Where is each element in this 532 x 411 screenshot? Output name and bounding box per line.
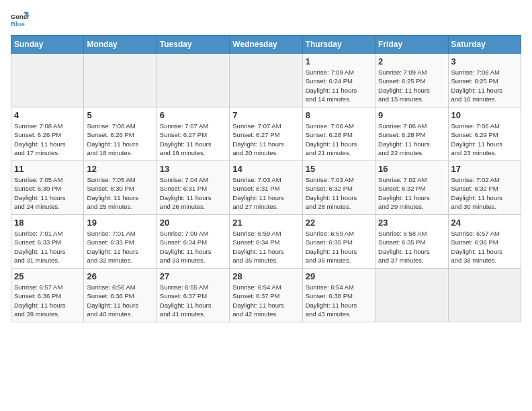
day-number: 11 [14, 164, 81, 174]
calendar-cell: 25Sunrise: 6:57 AMSunset: 6:36 PMDayligh… [11, 269, 84, 322]
day-info: Sunrise: 7:03 AMSunset: 6:31 PMDaylight:… [232, 175, 299, 211]
header-tuesday: Tuesday [157, 36, 229, 54]
calendar-cell: 8Sunrise: 7:06 AMSunset: 6:28 PMDaylight… [302, 107, 375, 161]
page-header: General Blue [11, 11, 521, 30]
day-number: 27 [160, 271, 226, 281]
calendar-cell: 23Sunrise: 6:58 AMSunset: 6:35 PMDayligh… [375, 215, 448, 269]
day-info: Sunrise: 7:06 AMSunset: 6:28 PMDaylight:… [378, 122, 445, 157]
calendar-cell: 14Sunrise: 7:03 AMSunset: 6:31 PMDayligh… [230, 161, 302, 215]
day-number: 20 [160, 218, 226, 228]
calendar-cell: 16Sunrise: 7:02 AMSunset: 6:32 PMDayligh… [375, 161, 448, 215]
week-row-4: 18Sunrise: 7:01 AMSunset: 6:33 PMDayligh… [11, 215, 521, 269]
day-info: Sunrise: 7:08 AMSunset: 6:25 PMDaylight:… [451, 68, 518, 103]
calendar-cell: 13Sunrise: 7:04 AMSunset: 6:31 PMDayligh… [157, 161, 229, 215]
day-number: 23 [378, 218, 445, 228]
calendar-body: 1Sunrise: 7:09 AMSunset: 6:24 PMDaylight… [11, 54, 521, 322]
day-info: Sunrise: 7:08 AMSunset: 6:26 PMDaylight:… [14, 122, 81, 157]
day-number: 12 [87, 164, 153, 174]
day-number: 9 [378, 110, 445, 120]
day-number: 5 [87, 110, 153, 120]
day-number: 4 [14, 110, 81, 120]
day-number: 19 [87, 218, 153, 228]
day-info: Sunrise: 6:58 AMSunset: 6:35 PMDaylight:… [378, 229, 445, 265]
calendar-cell: 7Sunrise: 7:07 AMSunset: 6:27 PMDaylight… [230, 107, 302, 161]
day-number: 13 [160, 164, 226, 174]
day-info: Sunrise: 6:54 AMSunset: 6:38 PMDaylight:… [306, 283, 372, 318]
header-saturday: Saturday [448, 36, 521, 54]
header-thursday: Thursday [302, 36, 375, 54]
day-info: Sunrise: 7:05 AMSunset: 6:30 PMDaylight:… [87, 175, 153, 211]
day-info: Sunrise: 6:59 AMSunset: 6:35 PMDaylight:… [306, 229, 372, 265]
day-number: 7 [232, 110, 299, 120]
day-number: 3 [451, 56, 518, 66]
calendar-cell: 6Sunrise: 7:07 AMSunset: 6:27 PMDaylight… [157, 107, 229, 161]
calendar-cell: 26Sunrise: 6:56 AMSunset: 6:36 PMDayligh… [84, 269, 157, 322]
day-info: Sunrise: 7:01 AMSunset: 6:33 PMDaylight:… [87, 229, 153, 265]
svg-text:Blue: Blue [11, 20, 25, 28]
calendar-cell: 15Sunrise: 7:03 AMSunset: 6:32 PMDayligh… [302, 161, 375, 215]
day-info: Sunrise: 6:56 AMSunset: 6:36 PMDaylight:… [87, 283, 153, 318]
day-info: Sunrise: 7:07 AMSunset: 6:27 PMDaylight:… [160, 122, 226, 157]
day-info: Sunrise: 7:05 AMSunset: 6:30 PMDaylight:… [14, 175, 81, 211]
day-info: Sunrise: 7:06 AMSunset: 6:29 PMDaylight:… [451, 122, 518, 157]
day-info: Sunrise: 7:04 AMSunset: 6:31 PMDaylight:… [160, 175, 226, 211]
calendar-cell [11, 54, 84, 107]
day-info: Sunrise: 7:00 AMSunset: 6:34 PMDaylight:… [160, 229, 226, 265]
day-number: 10 [451, 110, 518, 120]
calendar-table: SundayMondayTuesdayWednesdayThursdayFrid… [11, 35, 521, 322]
calendar-cell: 2Sunrise: 7:09 AMSunset: 6:25 PMDaylight… [375, 54, 448, 107]
day-number: 25 [14, 271, 81, 281]
week-row-3: 11Sunrise: 7:05 AMSunset: 6:30 PMDayligh… [11, 161, 521, 215]
calendar-cell: 28Sunrise: 6:54 AMSunset: 6:37 PMDayligh… [230, 269, 302, 322]
calendar-header-row: SundayMondayTuesdayWednesdayThursdayFrid… [11, 36, 521, 54]
calendar-cell [448, 269, 521, 322]
day-number: 1 [306, 56, 372, 66]
day-info: Sunrise: 7:08 AMSunset: 6:26 PMDaylight:… [87, 122, 153, 157]
calendar-cell: 27Sunrise: 6:55 AMSunset: 6:37 PMDayligh… [157, 269, 229, 322]
day-number: 2 [378, 56, 445, 66]
calendar-cell: 4Sunrise: 7:08 AMSunset: 6:26 PMDaylight… [11, 107, 84, 161]
day-info: Sunrise: 6:59 AMSunset: 6:34 PMDaylight:… [232, 229, 299, 265]
day-number: 28 [232, 271, 299, 281]
calendar-cell [230, 54, 302, 107]
day-info: Sunrise: 6:55 AMSunset: 6:37 PMDaylight:… [160, 283, 226, 318]
day-number: 18 [14, 218, 81, 228]
calendar-cell: 24Sunrise: 6:57 AMSunset: 6:36 PMDayligh… [448, 215, 521, 269]
calendar-cell: 12Sunrise: 7:05 AMSunset: 6:30 PMDayligh… [84, 161, 157, 215]
day-number: 21 [232, 218, 299, 228]
logo: General Blue [11, 11, 30, 30]
day-number: 17 [451, 164, 518, 174]
calendar-cell: 22Sunrise: 6:59 AMSunset: 6:35 PMDayligh… [302, 215, 375, 269]
calendar-cell: 3Sunrise: 7:08 AMSunset: 6:25 PMDaylight… [448, 54, 521, 107]
day-info: Sunrise: 6:57 AMSunset: 6:36 PMDaylight:… [14, 283, 81, 318]
logo-icon: General Blue [11, 11, 30, 30]
day-number: 16 [378, 164, 445, 174]
calendar-cell: 5Sunrise: 7:08 AMSunset: 6:26 PMDaylight… [84, 107, 157, 161]
day-info: Sunrise: 7:06 AMSunset: 6:28 PMDaylight:… [306, 122, 372, 157]
day-number: 29 [306, 271, 372, 281]
calendar-cell [84, 54, 157, 107]
day-number: 15 [306, 164, 372, 174]
calendar-cell: 1Sunrise: 7:09 AMSunset: 6:24 PMDaylight… [302, 54, 375, 107]
day-info: Sunrise: 7:02 AMSunset: 6:32 PMDaylight:… [378, 175, 445, 211]
day-info: Sunrise: 7:09 AMSunset: 6:24 PMDaylight:… [306, 68, 372, 103]
calendar-cell [375, 269, 448, 322]
header-sunday: Sunday [11, 36, 84, 54]
calendar-cell: 18Sunrise: 7:01 AMSunset: 6:33 PMDayligh… [11, 215, 84, 269]
calendar-cell [157, 54, 229, 107]
day-number: 14 [232, 164, 299, 174]
calendar-cell: 21Sunrise: 6:59 AMSunset: 6:34 PMDayligh… [230, 215, 302, 269]
calendar-cell: 20Sunrise: 7:00 AMSunset: 6:34 PMDayligh… [157, 215, 229, 269]
calendar-cell: 9Sunrise: 7:06 AMSunset: 6:28 PMDaylight… [375, 107, 448, 161]
day-info: Sunrise: 6:57 AMSunset: 6:36 PMDaylight:… [451, 229, 518, 265]
header-friday: Friday [375, 36, 448, 54]
day-info: Sunrise: 7:02 AMSunset: 6:32 PMDaylight:… [451, 175, 518, 211]
day-info: Sunrise: 7:03 AMSunset: 6:32 PMDaylight:… [306, 175, 372, 211]
day-number: 26 [87, 271, 153, 281]
day-number: 24 [451, 218, 518, 228]
day-number: 8 [306, 110, 372, 120]
day-number: 6 [160, 110, 226, 120]
week-row-5: 25Sunrise: 6:57 AMSunset: 6:36 PMDayligh… [11, 269, 521, 322]
header-wednesday: Wednesday [230, 36, 302, 54]
calendar-cell: 19Sunrise: 7:01 AMSunset: 6:33 PMDayligh… [84, 215, 157, 269]
